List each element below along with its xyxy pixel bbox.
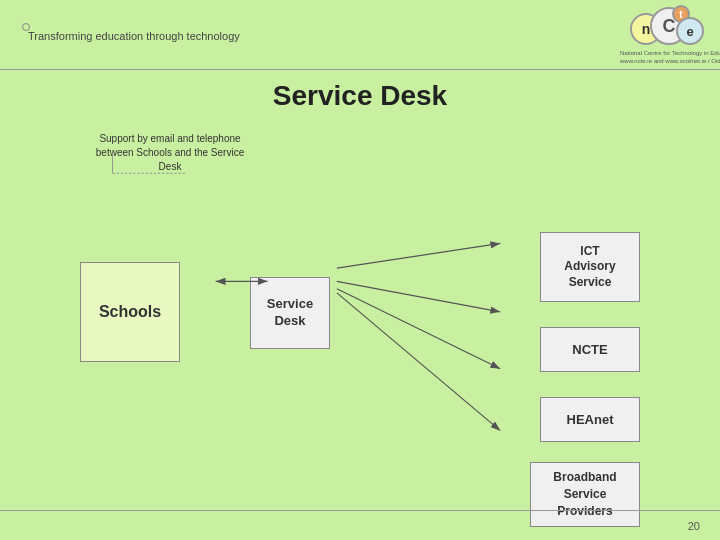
logo-area: n C t e National Centre for Technology i…	[630, 5, 710, 60]
svg-line-4	[337, 243, 500, 268]
svg-line-6	[337, 289, 500, 369]
service-desk-box: Service Desk	[250, 277, 330, 349]
heanet-box: HEAnet	[540, 397, 640, 442]
svg-line-5	[337, 281, 500, 312]
ncte-box: NCTE	[540, 327, 640, 372]
diagram: Support by email and telephone between S…	[30, 132, 690, 462]
ict-advisory-box: ICT Advisory Service	[540, 232, 640, 302]
schools-box: Schools	[80, 262, 180, 362]
header: Transforming education through technolog…	[0, 0, 720, 70]
logo-circle: n C t e	[630, 5, 710, 55]
page-number: 20	[688, 520, 700, 532]
tagline: Transforming education through technolog…	[28, 30, 240, 42]
support-text: Support by email and telephone between S…	[90, 132, 250, 174]
main-content: Service Desk Support by email and teleph…	[0, 70, 720, 510]
logo-e: e	[676, 17, 704, 45]
page-title: Service Desk	[30, 80, 690, 112]
svg-line-7	[337, 293, 500, 431]
logo-text: National Centre for Technology in Educat…	[620, 50, 720, 66]
footer: 20	[0, 510, 720, 540]
